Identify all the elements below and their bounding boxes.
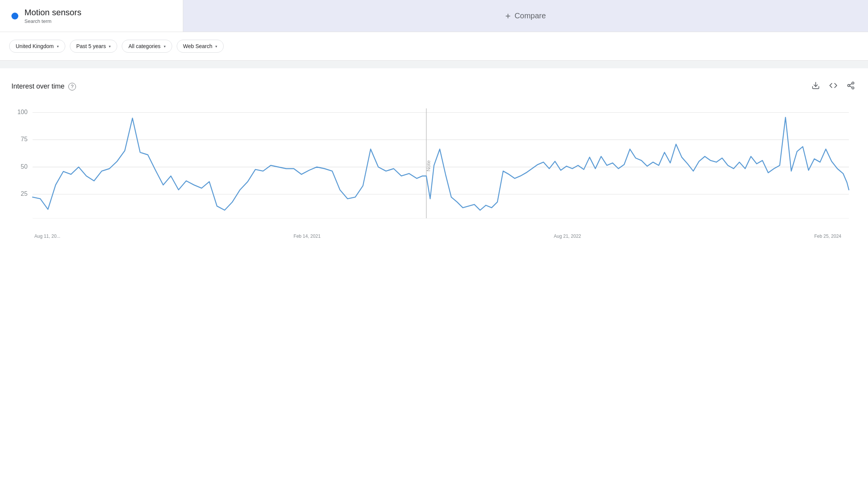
chart-header: Interest over time ? [11,80,857,93]
search-term-subtitle: Search term [24,18,81,24]
search-term-text: Motion sensors Search term [24,8,81,24]
x-label-2: Aug 21, 2022 [554,234,581,239]
svg-line-5 [850,84,852,85]
type-filter[interactable]: Web Search ▾ [177,40,224,53]
svg-text:100: 100 [17,108,27,116]
category-chevron-icon: ▾ [164,44,166,48]
compare-label: Compare [515,11,546,20]
search-term-title: Motion sensors [24,8,81,18]
chart-container: 100 75 50 25 Note [11,108,857,231]
region-chevron-icon: ▾ [57,44,59,48]
chart-section: Interest over time ? [0,68,868,254]
svg-text:75: 75 [21,135,27,143]
svg-text:Note: Note [426,160,431,171]
chart-title: Interest over time [11,82,65,90]
type-chevron-icon: ▾ [215,44,217,48]
time-filter-label: Past 5 years [76,43,106,49]
time-chevron-icon: ▾ [109,44,111,48]
svg-line-4 [850,86,852,88]
x-label-3: Feb 25, 2024 [814,234,841,239]
help-icon[interactable]: ? [68,83,76,90]
time-filter[interactable]: Past 5 years ▾ [70,40,118,53]
chart-line [32,118,849,210]
header-area: Motion sensors Search term + Compare [0,0,868,32]
search-term-box: Motion sensors Search term [0,0,183,32]
region-filter-label: United Kingdom [16,43,54,49]
type-filter-label: Web Search [183,43,213,49]
filters-area: United Kingdom ▾ Past 5 years ▾ All cate… [0,32,868,61]
compare-box[interactable]: + Compare [183,0,868,32]
chart-title-group: Interest over time ? [11,82,76,90]
svg-text:50: 50 [21,163,27,171]
section-divider [0,61,868,68]
category-filter-label: All categories [128,43,160,49]
download-button[interactable] [810,80,821,93]
svg-text:25: 25 [21,190,27,198]
x-label-0: Aug 11, 20... [34,234,60,239]
share-button[interactable] [845,80,857,93]
chart-actions [810,80,857,93]
embed-button[interactable] [828,80,839,93]
compare-plus-icon: + [505,11,511,21]
blue-dot-indicator [11,13,18,19]
region-filter[interactable]: United Kingdom ▾ [9,40,65,53]
category-filter[interactable]: All categories ▾ [122,40,172,53]
x-label-1: Feb 14, 2021 [294,234,321,239]
interest-over-time-chart: 100 75 50 25 Note [11,108,857,231]
x-axis-labels: Aug 11, 20... Feb 14, 2021 Aug 21, 2022 … [11,231,857,239]
